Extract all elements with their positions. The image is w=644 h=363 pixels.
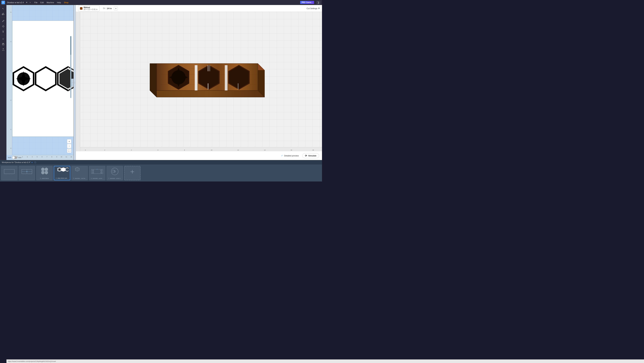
zoom-in-button[interactable]: + xyxy=(67,139,71,143)
workpieces-bar: Workpieces for "Dicebox w led v2.4" ▾ ⓘ xyxy=(0,160,322,181)
svg-point-60 xyxy=(77,168,78,168)
material-selector[interactable]: Walnut 18 × 5.5 × 0.91 in xyxy=(78,5,100,11)
svg-point-65 xyxy=(78,168,78,169)
panel-collapse-handle[interactable]: ⋮ xyxy=(71,79,74,86)
bit-label: Bit: xyxy=(103,7,106,9)
workpiece-3-preview xyxy=(37,167,52,176)
simulate-icon: ⟳ xyxy=(305,154,307,157)
svg-marker-58 xyxy=(66,168,68,171)
material-name: Walnut xyxy=(84,6,98,8)
3d-board-container xyxy=(141,50,266,107)
svg-point-73 xyxy=(100,172,102,173)
pro-label: PRO xyxy=(302,1,306,3)
detailed-preview-label: Detailed preview xyxy=(284,155,299,157)
pro-carve-button[interactable]: PRO Carve... xyxy=(300,1,314,4)
svg-point-67 xyxy=(78,169,78,170)
unit-toggle-switch[interactable] xyxy=(12,156,17,159)
workpiece-5-label: 5 - backside - Led hol... xyxy=(73,178,86,179)
svg-point-70 xyxy=(92,170,94,171)
workpiece-3-label: 3 - detail interior xyxy=(40,178,49,179)
workpiece-7-label: 7 - backside - cover d... xyxy=(108,178,122,179)
workpiece-6-svg xyxy=(90,167,104,176)
workpiece-5-svg xyxy=(73,167,86,176)
canvas-panel: 5 4 3 2 1 0 xyxy=(6,5,74,160)
workpiece-item-4[interactable]: 4 - deep interior and ... xyxy=(54,166,70,180)
svg-point-72 xyxy=(92,172,94,173)
workpiece-7-svg xyxy=(108,167,122,176)
main-area: ↖ T ☺ xyxy=(0,5,322,160)
workpiece-4-label: 4 - deep interior and ... xyxy=(56,178,69,179)
add-bit-button[interactable]: + xyxy=(114,6,118,10)
zoom-out-button[interactable]: − xyxy=(67,144,71,148)
menu-machine[interactable]: Machine xyxy=(46,1,54,3)
select-tool-button[interactable]: ↖ xyxy=(1,6,6,11)
workpiece-item-6[interactable]: 6 - backside - screw ... xyxy=(89,166,106,180)
text-tool-button[interactable]: T xyxy=(1,29,6,34)
svg-rect-41 xyxy=(195,65,198,90)
workpieces-dropdown-icon[interactable]: ▾ xyxy=(32,161,32,163)
material-bar: Walnut 18 × 5.5 × 0.91 in Bit: 1/4 in + … xyxy=(76,5,322,12)
3d-viewport: 0 2 4 6 8 10 12 14 16 18 xyxy=(76,12,322,151)
workpiece-2-preview xyxy=(20,167,34,176)
menu-file[interactable]: File xyxy=(34,1,38,3)
version-chevron-icon[interactable]: ▾ xyxy=(30,1,31,3)
vp-ruler-vertical xyxy=(76,12,80,151)
collapse-icon: ⋮ xyxy=(72,82,73,83)
workpieces-title: Workpieces for "Dicebox w led v2.4" xyxy=(2,161,30,163)
workpiece-item-5[interactable]: 5 - backside - Led hol... xyxy=(71,166,88,180)
crosshair-tool-button[interactable] xyxy=(1,24,6,29)
svg-point-64 xyxy=(76,168,77,169)
zoom-controls: + − xyxy=(67,139,71,153)
svg-point-63 xyxy=(77,170,78,171)
pen-tool-button[interactable] xyxy=(1,18,6,23)
view-3d-panel: Walnut 18 × 5.5 × 0.91 in Bit: 1/4 in + … xyxy=(76,5,322,160)
panel-divider[interactable] xyxy=(74,5,76,160)
carve-label: Carve... xyxy=(306,1,313,3)
import-tool-button[interactable] xyxy=(1,41,6,46)
shapes-tool-button[interactable] xyxy=(1,11,6,16)
workpiece-1-svg xyxy=(4,168,15,175)
workpiece-item-2[interactable] xyxy=(19,166,35,180)
collapse-panel-button[interactable]: ❯ xyxy=(316,1,320,4)
menu-shop[interactable]: Shop xyxy=(64,1,68,3)
svg-point-47 xyxy=(26,171,28,172)
svg-point-68 xyxy=(77,169,78,170)
svg-point-62 xyxy=(78,169,79,169)
ruler-horizontal: 0 1 2 3 4 5 6 7 8 9 10 11 12 xyxy=(12,155,74,160)
menu-edit[interactable]: Edit xyxy=(40,1,44,3)
app-logo: E xyxy=(2,1,5,4)
workpiece-item-3[interactable]: 3 - detail interior xyxy=(36,166,53,180)
cut-settings-button[interactable]: Cut Settings ⚙ xyxy=(306,7,320,9)
material-dimensions: 18 × 5.5 × 0.91 in xyxy=(84,8,98,10)
zoom-fit-button[interactable] xyxy=(67,149,71,153)
emoji-tool-button[interactable]: ☺ xyxy=(1,36,6,41)
svg-point-61 xyxy=(76,169,76,169)
scrollbar-thumb xyxy=(70,36,71,55)
workpiece-1-preview xyxy=(2,167,17,176)
workpiece-item-1[interactable] xyxy=(1,166,18,180)
unit-mm-label: mm xyxy=(18,157,21,159)
simulate-button[interactable]: ⟳ Simulate xyxy=(302,153,319,158)
workpieces-info-icon[interactable]: ⓘ xyxy=(34,161,36,164)
unit-toggle[interactable]: inch mm xyxy=(8,156,21,159)
add-workpiece-button[interactable] xyxy=(124,166,140,180)
topbar: E Dicebox w led v2.4 ★ ▾ File Edit Machi… xyxy=(0,0,322,5)
work-area xyxy=(12,20,74,137)
design-svg xyxy=(12,21,74,137)
plus-icon xyxy=(129,169,136,174)
star-icon[interactable]: ★ xyxy=(26,1,28,3)
menu-help[interactable]: Help xyxy=(57,1,61,3)
export-tool-button[interactable] xyxy=(1,47,6,52)
svg-point-79 xyxy=(114,171,115,172)
svg-marker-50 xyxy=(41,171,44,175)
svg-marker-15 xyxy=(36,67,56,90)
workpiece-2-svg xyxy=(21,168,33,175)
menu-bar: File Edit Machine Help Shop xyxy=(34,1,68,3)
vertical-scrollbar[interactable] xyxy=(70,36,71,98)
workpiece-item-7[interactable]: 7 - backside - cover d... xyxy=(106,166,123,180)
detailed-preview-button[interactable]: ✓ Detailed preview xyxy=(281,154,299,157)
svg-marker-51 xyxy=(45,171,48,175)
workpiece-3-svg xyxy=(38,167,51,176)
bit-section: Bit: 1/4 in xyxy=(103,7,112,9)
workpieces-header: Workpieces for "Dicebox w led v2.4" ▾ ⓘ xyxy=(0,160,322,164)
